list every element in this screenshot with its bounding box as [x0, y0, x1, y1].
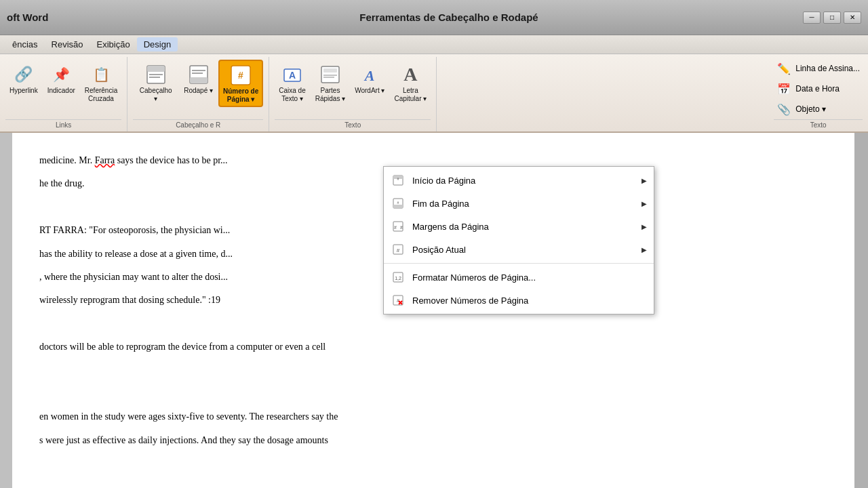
linha-assinatura-icon: ✏️ [776, 61, 791, 76]
ribbon-group-links: 🔗 Hyperlink 📌 Indicador 📋 ReferênciaCruz… [0, 57, 127, 131]
data-hora-button[interactable]: 📅 Data e Hora [774, 80, 842, 98]
svg-text:#: # [397, 177, 399, 181]
cabecalho-icon [144, 62, 168, 87]
doc-left-bar [0, 133, 12, 488]
fim-pagina-item[interactable]: # Fim da Página ▶ [384, 192, 654, 215]
ribbon-group-right: ✏️ Linha de Assina... 📅 Data e Hora 📎 Ob… [768, 57, 868, 131]
partes-button[interactable]: PartesRápidas ▾ [311, 60, 349, 106]
caixatexto-label: Caixa deTexto ▾ [279, 87, 305, 103]
margens-pagina-label: Margens da Página [412, 222, 635, 232]
referencia-icon: 📋 [89, 62, 113, 87]
right-group-label: Texto [774, 119, 863, 129]
partes-label: PartesRápidas ▾ [315, 87, 345, 103]
rodape-button[interactable]: Rodapé ▾ [180, 60, 217, 98]
svg-text:1,2: 1,2 [395, 276, 401, 281]
indicador-button[interactable]: 📌 Indicador [43, 60, 79, 98]
svg-text:A: A [289, 70, 296, 81]
menu-bar: ências Revisão Exibição Design [0, 35, 868, 54]
referencia-button[interactable]: 📋 ReferênciaCruzada [81, 60, 121, 106]
remover-label: Remover Números de Página [412, 296, 647, 306]
minimize-button[interactable]: ─ [803, 12, 821, 24]
margens-pagina-item[interactable]: # # Margens da Página ▶ [384, 215, 654, 238]
letracapitular-icon: A [398, 62, 422, 87]
margens-pagina-icon: # # [391, 219, 406, 234]
letracapitular-label: LetraCapitular ▾ [394, 87, 427, 103]
hyperlink-icon: 🔗 [12, 62, 36, 87]
menu-exibicao[interactable]: Exibição [90, 37, 137, 52]
rodape-label: Rodapé ▾ [184, 87, 213, 95]
menu-design[interactable]: Design [137, 37, 178, 52]
objeto-icon: 📎 [776, 102, 791, 117]
numero-pagina-dropdown: # Início da Página ▶ # Fim da Página ▶ #… [383, 166, 654, 314]
linha-assinatura-button[interactable]: ✏️ Linha de Assina... [774, 60, 863, 77]
inicio-pagina-arrow: ▶ [642, 177, 647, 184]
svg-text:#: # [400, 225, 403, 230]
fim-pagina-label: Fim da Página [412, 199, 635, 209]
inicio-pagina-label: Início da Página [412, 176, 635, 186]
posicao-atual-label: Posição Atual [412, 245, 635, 255]
hyperlink-label: Hyperlink [9, 87, 38, 95]
inicio-pagina-item[interactable]: # Início da Página ▶ [384, 169, 654, 192]
right-group-content: ✏️ Linha de Assina... 📅 Data e Hora 📎 Ob… [774, 60, 863, 118]
doc-right-bar [854, 133, 868, 488]
svg-rect-5 [190, 77, 208, 83]
objeto-label: Objeto ▾ [795, 104, 826, 114]
hyperlink-button[interactable]: 🔗 Hyperlink [5, 60, 42, 98]
texto-group-content: A Caixa deTexto ▾ PartesRápidas ▾ [275, 60, 431, 118]
numeropagina-button[interactable]: # Número dePágina ▾ [218, 60, 263, 107]
formatar-item[interactable]: 1,2 Formatar Números de Página... [384, 266, 654, 289]
remover-icon: # [391, 293, 406, 308]
links-group-label: Links [5, 119, 121, 129]
title-bar: oft Word Ferramentas de Cabeçalho e Roda… [0, 0, 868, 35]
doc-para-11 [39, 386, 827, 401]
posicao-atual-icon: # [391, 242, 406, 257]
document-title: Ferramentas de Cabeçalho e Rodapé [95, 12, 803, 23]
indicador-icon: 📌 [49, 62, 73, 87]
cabecalho-button[interactable]: Cabeçalho ▾ [133, 60, 178, 106]
ribbon-group-texto: A Caixa deTexto ▾ PartesRápidas ▾ [269, 57, 437, 131]
formatar-label: Formatar Números de Página... [412, 272, 647, 283]
linha-assinatura-label: Linha de Assina... [795, 64, 860, 73]
fim-pagina-arrow: ▶ [642, 200, 647, 207]
numeropagina-label: Número dePágina ▾ [223, 87, 258, 104]
referencia-label: ReferênciaCruzada [85, 87, 117, 103]
numeropagina-icon: # [229, 63, 253, 87]
app-title: oft Word [7, 12, 95, 23]
svg-rect-21 [393, 205, 403, 208]
remover-item[interactable]: # Remover Números de Página [384, 289, 654, 312]
svg-text:A: A [363, 67, 375, 84]
svg-text:#: # [238, 70, 243, 81]
indicador-label: Indicador [47, 87, 75, 95]
svg-text:#: # [397, 201, 399, 205]
misspelled-word: Farra [95, 155, 115, 165]
menu-referencias[interactable]: ências [5, 37, 45, 52]
close-button[interactable]: ✕ [844, 12, 861, 24]
svg-rect-1 [147, 66, 165, 72]
objeto-button[interactable]: 📎 Objeto ▾ [774, 100, 829, 118]
links-group-content: 🔗 Hyperlink 📌 Indicador 📋 ReferênciaCruz… [5, 60, 121, 118]
letracapitular-button[interactable]: A LetraCapitular ▾ [390, 60, 431, 106]
menu-separator-1 [384, 263, 654, 264]
posicao-atual-arrow: ▶ [642, 246, 647, 253]
margens-pagina-arrow: ▶ [642, 223, 647, 230]
caixatexto-icon: A [280, 62, 304, 87]
svg-text:#: # [394, 225, 397, 230]
maximize-button[interactable]: □ [823, 12, 841, 24]
svg-rect-13 [323, 68, 337, 73]
window-controls: ─ □ ✕ [803, 12, 861, 24]
caixatexto-button[interactable]: A Caixa deTexto ▾ [275, 60, 309, 106]
data-hora-icon: 📅 [776, 81, 791, 96]
wordart-button[interactable]: A WordArt ▾ [351, 60, 389, 98]
doc-para-9: doctors will be able to reprogram the de… [39, 340, 827, 354]
svg-text:#: # [397, 298, 399, 303]
posicao-atual-item[interactable]: # Posição Atual ▶ [384, 238, 654, 261]
cabecalho-group-content: Cabeçalho ▾ Rodapé ▾ [133, 60, 263, 118]
texto-group-label: Texto [275, 119, 431, 129]
ribbon-group-cabecalho: Cabeçalho ▾ Rodapé ▾ [127, 57, 269, 131]
menu-revisao[interactable]: Revisão [45, 37, 90, 52]
doc-para-8 [39, 317, 827, 331]
doc-para-10 [39, 363, 827, 378]
inicio-pagina-icon: # [391, 173, 406, 188]
cabecalho-group-label: Cabeçalho e R [133, 119, 263, 129]
fim-pagina-icon: # [391, 196, 406, 211]
